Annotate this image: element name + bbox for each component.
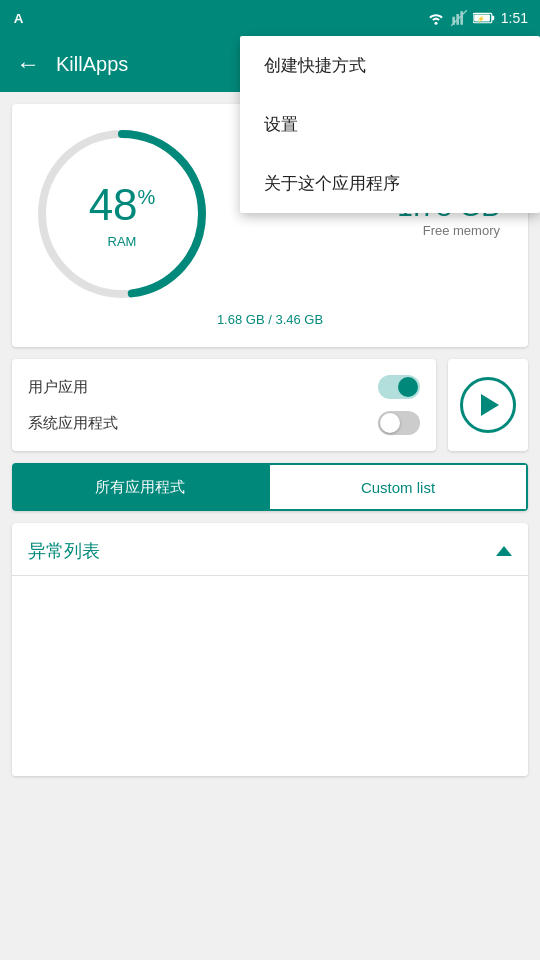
play-button[interactable] <box>448 359 528 451</box>
system-apps-row: 系统应用程式 <box>28 411 420 435</box>
tab-custom-list[interactable]: Custom list <box>268 463 528 511</box>
list-section: 异常列表 <box>12 523 528 776</box>
play-icon-circle <box>460 377 516 433</box>
ram-percent-display: 48% RAM <box>89 180 156 249</box>
user-apps-row: 用户应用 <box>28 375 420 399</box>
svg-text:A: A <box>14 11 24 26</box>
ram-circle: 48% RAM <box>32 124 212 304</box>
tab-bar: 所有应用程式 Custom list <box>12 463 528 511</box>
menu-item-settings[interactable]: 设置 <box>240 95 540 154</box>
status-bar-right: ⚡ 1:51 <box>427 10 528 26</box>
ram-usage-text: 1.68 GB / 3.46 GB <box>217 312 323 327</box>
back-button[interactable]: ← <box>16 50 40 78</box>
dropdown-menu: 创建快捷方式 设置 关于这个应用程序 <box>240 36 540 213</box>
clock: 1:51 <box>501 10 528 26</box>
list-header: 异常列表 <box>12 523 528 576</box>
list-content <box>12 576 528 776</box>
chevron-up-icon[interactable] <box>496 546 512 556</box>
play-triangle-icon <box>481 394 499 416</box>
user-apps-toggle[interactable] <box>378 375 420 399</box>
a-icon: A <box>12 8 32 28</box>
svg-rect-4 <box>492 16 494 21</box>
user-apps-label: 用户应用 <box>28 378 88 397</box>
list-section-title: 异常列表 <box>28 539 100 563</box>
tab-all-apps[interactable]: 所有应用程式 <box>12 463 268 511</box>
battery-icon: ⚡ <box>473 11 495 25</box>
status-bar: A ⚡ 1:51 <box>0 0 540 36</box>
menu-item-about[interactable]: 关于这个应用程序 <box>240 154 540 213</box>
status-bar-left: A <box>12 8 32 28</box>
wifi-icon <box>427 11 445 25</box>
ram-free-label: Free memory <box>423 223 500 238</box>
toggles-card: 用户应用 系统应用程式 <box>12 359 436 451</box>
signal-icon <box>451 10 467 26</box>
menu-item-create-shortcut[interactable]: 创建快捷方式 <box>240 36 540 95</box>
system-apps-toggle[interactable] <box>378 411 420 435</box>
system-apps-label: 系统应用程式 <box>28 414 118 433</box>
ram-label: RAM <box>89 234 156 249</box>
ram-percent-value: 48% <box>89 180 156 230</box>
percent-symbol: % <box>138 186 156 208</box>
controls-card: 用户应用 系统应用程式 <box>12 359 528 451</box>
svg-text:⚡: ⚡ <box>477 15 485 23</box>
svg-point-1 <box>434 22 437 25</box>
